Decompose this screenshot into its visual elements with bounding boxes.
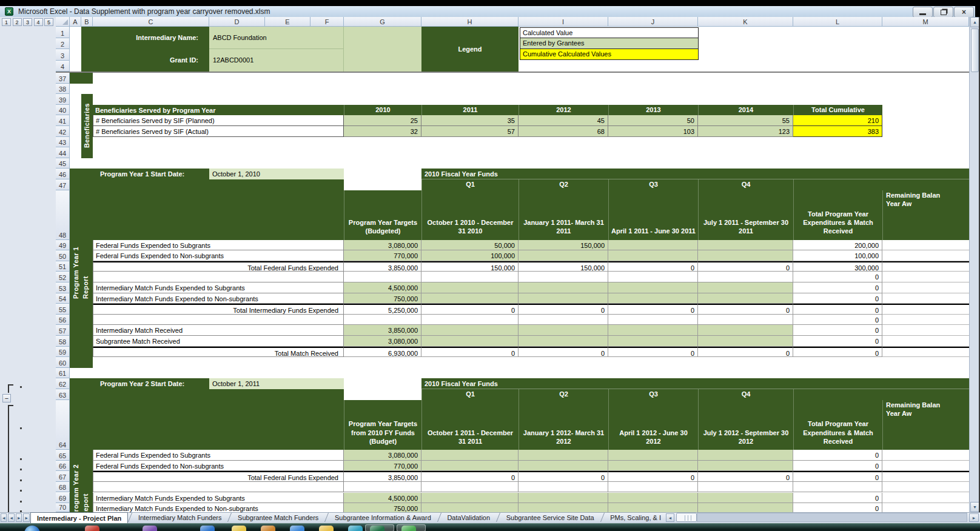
quarter-header[interactable]: Q4 — [698, 389, 793, 400]
row-header[interactable]: 60 — [56, 357, 70, 368]
hscroll-track[interactable] — [697, 513, 967, 522]
py-remaining-cell[interactable] — [882, 471, 969, 482]
py-quarter-cell[interactable]: 0 — [608, 471, 698, 482]
py-remaining-cell[interactable] — [882, 315, 969, 326]
py-total-cell[interactable]: 0 — [793, 304, 882, 315]
row-header[interactable]: 50 — [56, 250, 70, 261]
program_year_2-remaining-header[interactable]: Remaining BalanYear Aw — [882, 400, 969, 450]
py-quarter-cell[interactable] — [608, 293, 698, 304]
sheet-tab-3[interactable]: Subgrantee Match Funders — [232, 512, 324, 523]
grant-id-label[interactable]: Grant ID: — [81, 49, 206, 72]
py-quarter-cell[interactable] — [608, 240, 698, 251]
period-header[interactable]: July 1 2011 - September 30 2011 — [698, 190, 793, 240]
py-row-label[interactable]: Federal Funds Expended to Subgrants — [93, 450, 344, 461]
beneficiary-value-cell[interactable]: 57 — [421, 126, 519, 137]
row-header[interactable]: 57 — [56, 325, 70, 336]
py-target-cell[interactable]: 6,930,000 — [344, 347, 421, 358]
py-target-cell[interactable] — [344, 315, 421, 326]
row-header[interactable]: 58 — [56, 336, 70, 347]
py-quarter-cell[interactable] — [421, 315, 519, 326]
py-quarter-cell[interactable] — [421, 482, 519, 493]
py-quarter-cell[interactable] — [698, 315, 793, 326]
py-row-label[interactable] — [93, 482, 344, 493]
py-quarter-cell[interactable] — [421, 461, 519, 472]
beneficiary-row-label[interactable]: # Beneficiaries Served by SIF (Actual) — [93, 126, 344, 137]
row-header[interactable]: 52 — [56, 272, 70, 282]
program_year_1-targets-header[interactable]: Program Year Targets (Budgeted) — [344, 190, 421, 240]
py-quarter-cell[interactable] — [698, 272, 793, 282]
folder-yellow-2-icon[interactable] — [319, 526, 334, 531]
py-quarter-cell[interactable] — [698, 282, 793, 293]
period-header[interactable]: April 1 2011 - June 30 2011 — [608, 190, 698, 240]
py-quarter-cell[interactable] — [519, 482, 608, 493]
beneficiary-value-cell[interactable]: 50 — [608, 115, 698, 126]
intermediary-name-value[interactable]: ABCD Foundation — [209, 27, 344, 49]
quarter-header[interactable]: Q4 — [698, 179, 793, 190]
column-header-d[interactable]: D — [209, 17, 265, 27]
vertical-scrollbar[interactable]: ▲ ▼ — [969, 17, 979, 512]
restore-button[interactable] — [933, 7, 953, 18]
start-orb-icon[interactable] — [24, 526, 40, 531]
py-remaining-cell[interactable] — [882, 336, 969, 347]
py-remaining-cell[interactable] — [882, 347, 969, 358]
row-header[interactable]: 63 — [56, 389, 70, 400]
py-quarter-cell[interactable]: 0 — [421, 471, 519, 482]
outline-level-button[interactable]: 5 — [44, 18, 53, 26]
row-header[interactable]: 48 — [56, 190, 70, 240]
py-quarter-cell[interactable]: 50,000 — [421, 240, 519, 251]
quarter-header[interactable]: Q2 — [519, 389, 608, 400]
year-header[interactable]: 2011 — [421, 105, 519, 116]
py-target-cell[interactable]: 750,000 — [344, 293, 421, 304]
row-header[interactable]: 54 — [56, 293, 70, 304]
column-header-l[interactable]: L — [793, 17, 882, 27]
py-quarter-cell[interactable] — [519, 293, 608, 304]
py-total-cell[interactable]: 0 — [793, 272, 882, 282]
py-total-cell[interactable]: 100,000 — [793, 250, 882, 261]
py-quarter-cell[interactable] — [698, 336, 793, 347]
row-header[interactable]: 3 — [56, 49, 70, 61]
beneficiary-value-cell[interactable]: 32 — [344, 126, 421, 137]
py-remaining-cell[interactable] — [882, 304, 969, 315]
py-row-label[interactable]: Intermediary Match Funds Expended to Non… — [93, 293, 344, 304]
program_year_1-header-left-block[interactable] — [93, 190, 344, 240]
program_year_1-band[interactable]: Program Year 1Report — [70, 169, 93, 367]
py-quarter-cell[interactable] — [608, 315, 698, 326]
sheet-tab-6[interactable]: Subgrantee Service Site Data — [500, 512, 600, 523]
legend-item[interactable]: Cumulative Calculated Values — [520, 48, 699, 60]
py-total-cell[interactable]: 0 — [793, 461, 882, 472]
legend-item[interactable]: Entered by Grantees — [520, 38, 699, 49]
py-quarter-cell[interactable] — [698, 250, 793, 261]
py-target-cell[interactable]: 3,850,000 — [344, 261, 421, 272]
py-quarter-cell[interactable] — [698, 325, 793, 336]
period-header[interactable]: January 1 2011- March 31 2011 — [519, 190, 608, 240]
program_year_2-start-date-label[interactable]: Program Year 2 Start Date: — [70, 378, 209, 389]
row-header[interactable]: 67 — [56, 471, 70, 482]
beneficiary-value-cell[interactable]: 68 — [519, 126, 608, 137]
column-header-f[interactable]: F — [310, 17, 344, 27]
py-remaining-cell[interactable] — [882, 250, 969, 261]
py-row-label[interactable]: Intermediary Match Funds Expended to Sub… — [93, 493, 344, 504]
quarter-header[interactable]: Q2 — [519, 179, 608, 190]
py-quarter-cell[interactable] — [519, 493, 608, 504]
py-quarter-cell[interactable]: 0 — [698, 347, 793, 358]
row-header[interactable]: 65 — [56, 450, 70, 461]
outline-level-button[interactable]: 3 — [23, 18, 32, 26]
row-header[interactable]: 45 — [56, 158, 70, 169]
row-header[interactable]: 39 — [56, 94, 70, 105]
py-remaining-cell[interactable] — [882, 293, 969, 304]
column-header-c[interactable]: C — [93, 17, 209, 27]
py-total-cell[interactable]: 0 — [793, 315, 882, 326]
py-quarter-cell[interactable]: 0 — [421, 304, 519, 315]
py-total-cell[interactable]: 0 — [793, 493, 882, 504]
py-total-cell[interactable]: 0 — [793, 336, 882, 347]
py-quarter-cell[interactable] — [519, 250, 608, 261]
year-header[interactable]: 2013 — [608, 105, 698, 116]
py-quarter-cell[interactable] — [608, 461, 698, 472]
row-header[interactable]: 59 — [56, 347, 70, 358]
beneficiary-total-cell[interactable]: 210 — [793, 115, 882, 126]
py-remaining-cell[interactable] — [882, 272, 969, 282]
py-target-cell[interactable]: 770,000 — [344, 250, 421, 261]
column-header-e[interactable]: E — [265, 17, 310, 27]
tab-prev-button[interactable]: ◄ — [8, 513, 14, 522]
period-header[interactable]: October 1 2010 - December 31 2010 — [421, 190, 519, 240]
